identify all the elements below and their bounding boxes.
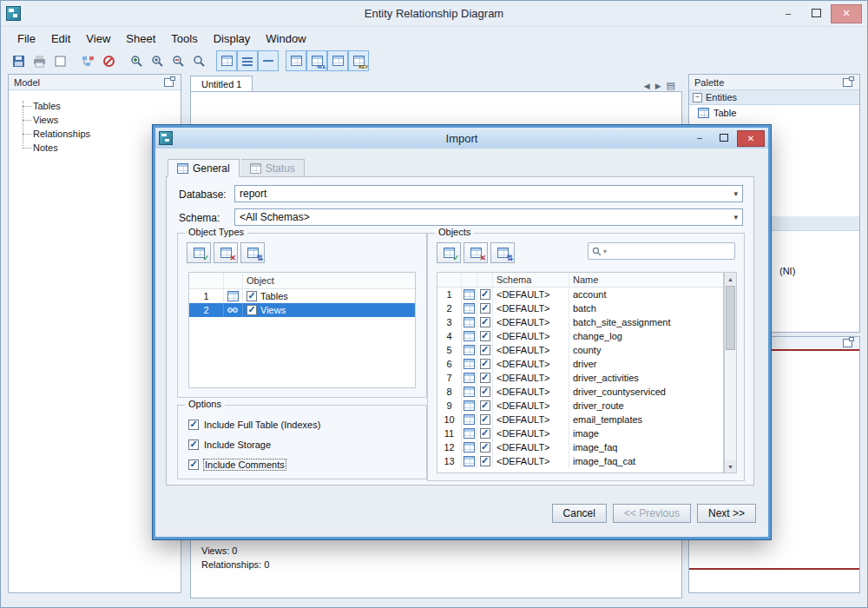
tab-untitled-1[interactable]: Untitled 1	[190, 76, 253, 91]
objects-search[interactable]: ▾	[588, 242, 735, 260]
row-checkbox[interactable]: ✓	[247, 291, 257, 301]
row-checkbox[interactable]: ✓	[480, 428, 490, 439]
search-filter-caret-icon[interactable]: ▾	[603, 248, 607, 255]
invert-objects-button[interactable]: ⇅	[490, 242, 515, 263]
row-checkbox[interactable]: ✓	[480, 373, 490, 383]
table-row[interactable]: 8✓<DEFAULT>driver_countyserviced	[437, 385, 723, 399]
palette-item-table[interactable]: Table	[689, 105, 859, 120]
menu-display[interactable]: Display	[206, 29, 259, 49]
show-null-button[interactable]: NUL	[306, 50, 327, 71]
row-checkbox[interactable]: ✓	[480, 289, 490, 300]
table-row[interactable]: 4✓<DEFAULT>change_log	[437, 329, 723, 343]
layout-rows-button[interactable]	[237, 50, 258, 71]
minimize-button[interactable]: –	[775, 4, 801, 22]
row-checkbox[interactable]: ✓	[480, 303, 490, 314]
dialog-minimize-button[interactable]: –	[688, 130, 711, 145]
table-row[interactable]: 2✓<DEFAULT>batch	[437, 301, 723, 315]
zoom-in-button[interactable]	[126, 50, 147, 71]
option-checkbox[interactable]: ✓	[188, 420, 199, 430]
menu-tools[interactable]: Tools	[163, 29, 205, 49]
option-comments[interactable]: ✓ Include Comments	[188, 459, 286, 470]
relations-button[interactable]	[77, 50, 98, 71]
table-row[interactable]: 6✓<DEFAULT>driver	[437, 357, 723, 371]
cancel-button[interactable]: Cancel	[552, 504, 607, 523]
row-checkbox[interactable]: ✓	[480, 359, 490, 369]
table-row[interactable]: 11✓<DEFAULT>image	[437, 426, 723, 440]
row-checkbox[interactable]: ✓	[480, 317, 490, 327]
layout-compact-button[interactable]	[258, 50, 279, 71]
table-row[interactable]: 1 ✓ Tables	[189, 289, 415, 303]
dialog-close-button[interactable]: ✕	[737, 130, 765, 147]
row-checkbox[interactable]: ✓	[480, 331, 490, 341]
zoom-out-button[interactable]	[168, 50, 188, 71]
scroll-up-icon[interactable]: ▲	[725, 273, 736, 285]
search-input[interactable]	[608, 245, 731, 257]
tab-next-icon[interactable]: ▶	[655, 82, 661, 90]
row-checkbox[interactable]: ✓	[480, 414, 490, 425]
schema-select[interactable]: <All Schemas> ▾	[234, 208, 743, 226]
undock-icon[interactable]	[843, 339, 852, 347]
option-checkbox[interactable]: ✓	[188, 439, 199, 450]
find-button[interactable]	[188, 50, 209, 71]
show-columns-button[interactable]	[286, 50, 306, 71]
collapse-icon[interactable]: −	[693, 93, 702, 102]
undock-icon[interactable]	[164, 78, 174, 87]
table-row[interactable]: 5✓<DEFAULT>county	[437, 343, 723, 357]
menu-view[interactable]: View	[78, 29, 118, 49]
menu-file[interactable]: File	[10, 29, 43, 49]
print-button[interactable]	[29, 50, 49, 71]
next-button[interactable]: Next >>	[697, 504, 756, 523]
option-checkbox[interactable]: ✓	[188, 459, 199, 470]
row-name: county	[569, 343, 723, 357]
forbidden-button[interactable]	[98, 50, 119, 71]
new-sheet-button[interactable]	[49, 50, 70, 71]
row-checkbox[interactable]: ✓	[247, 305, 257, 315]
tab-list-icon[interactable]: ▤	[667, 80, 675, 91]
menu-sheet[interactable]: Sheet	[118, 29, 163, 49]
tree-item-tables[interactable]: Tables	[19, 99, 181, 113]
deselect-all-objects-button[interactable]: ✕	[464, 242, 488, 263]
name-column-header[interactable]: Name	[569, 273, 723, 287]
layout-grid-button[interactable]	[216, 50, 237, 71]
table-row[interactable]: 13✓<DEFAULT>image_faq_cat	[437, 454, 723, 468]
show-types-button[interactable]	[327, 50, 348, 71]
table-row[interactable]: 10✓<DEFAULT>email_templates	[437, 413, 723, 426]
row-checkbox[interactable]: ✓	[480, 456, 490, 466]
show-keys-button[interactable]: KEY	[348, 50, 369, 71]
select-all-objects-button[interactable]: ✓	[437, 242, 461, 263]
tab-prev-icon[interactable]: ◀	[644, 82, 650, 90]
object-column-header[interactable]: Object	[243, 273, 415, 288]
row-checkbox[interactable]: ✓	[480, 345, 490, 355]
zoom-reset-button[interactable]	[147, 50, 168, 71]
table-row[interactable]: 7✓<DEFAULT>driver_activities	[437, 371, 723, 385]
menu-edit[interactable]: Edit	[43, 29, 78, 49]
close-button[interactable]: ✕	[831, 4, 862, 23]
row-checkbox[interactable]: ✓	[480, 442, 490, 453]
option-full-table[interactable]: ✓ Include Full Table (Indexes)	[188, 420, 320, 430]
table-row[interactable]: 12✓<DEFAULT>image_faq	[437, 440, 723, 454]
deselect-all-types-button[interactable]: ✕	[214, 242, 238, 263]
vertical-scrollbar[interactable]: ▲ ▼	[724, 272, 737, 473]
table-row[interactable]: 1✓<DEFAULT>account	[437, 287, 723, 301]
database-select[interactable]: report ▾	[234, 185, 743, 202]
option-storage[interactable]: ✓ Include Storage	[188, 439, 271, 450]
table-row-selected[interactable]: 2 ✓ Views	[189, 303, 415, 317]
maximize-button[interactable]	[803, 4, 829, 22]
dialog-maximize-button[interactable]	[713, 130, 735, 145]
scrollbar-thumb[interactable]	[726, 286, 735, 350]
invert-types-button[interactable]: ⇅	[240, 242, 265, 263]
select-all-types-button[interactable]: ✓	[187, 242, 211, 263]
table-row[interactable]: 9✓<DEFAULT>driver_route	[437, 399, 723, 413]
save-button[interactable]	[8, 50, 29, 71]
schema-column-header[interactable]: Schema	[493, 273, 569, 287]
row-checkbox[interactable]: ✓	[480, 387, 490, 397]
menu-window[interactable]: Window	[258, 29, 313, 49]
row-checkbox[interactable]: ✓	[480, 400, 490, 411]
tab-general[interactable]: General	[168, 159, 240, 177]
undock-icon[interactable]	[843, 78, 852, 87]
scroll-down-icon[interactable]: ▼	[725, 460, 736, 473]
table-row[interactable]: 3✓<DEFAULT>batch_site_assignment	[437, 315, 723, 329]
previous-button[interactable]: << Previous	[613, 504, 691, 523]
palette-group-entities[interactable]: − Entities	[689, 90, 859, 105]
tab-status[interactable]: Status	[241, 159, 305, 177]
